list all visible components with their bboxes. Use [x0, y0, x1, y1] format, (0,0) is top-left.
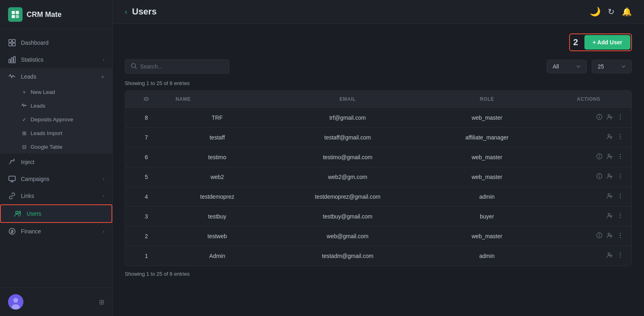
sidebar-item-dashboard[interactable]: Dashboard — [0, 34, 112, 51]
leads-submenu: + New Lead Leads ✓ Deposits Approve — [0, 85, 112, 154]
assign-users-icon[interactable] — [607, 252, 613, 260]
svg-point-59 — [620, 233, 621, 234]
more-options-icon[interactable] — [617, 193, 623, 201]
svg-point-44 — [620, 174, 621, 175]
cell-actions — [545, 187, 632, 207]
bar-chart-icon — [8, 56, 16, 64]
sidebar-item-inject[interactable]: Inject — [0, 154, 112, 170]
add-user-button[interactable]: + Add User — [584, 35, 630, 50]
svg-rect-0 — [12, 11, 15, 14]
entries-info-bottom: Showing 1 to 25 of 8 entries — [125, 271, 632, 277]
more-options-icon[interactable] — [617, 232, 623, 240]
dark-mode-toggle[interactable]: 🌙 — [590, 6, 601, 17]
sidebar-item-leads-list[interactable]: Leads — [21, 99, 112, 112]
cell-email: testimo@gmail.com — [267, 148, 428, 167]
sidebar-item-links[interactable]: Links › — [0, 187, 112, 204]
sidebar-item-label: Finance — [21, 228, 98, 235]
svg-point-28 — [620, 118, 621, 119]
more-options-icon[interactable] — [617, 173, 623, 181]
assign-users-icon[interactable] — [607, 212, 613, 220]
topbar: ‹ Users 🌙 ↻ 🔔 — [113, 0, 644, 24]
more-options-icon[interactable] — [617, 212, 623, 220]
svg-point-31 — [620, 136, 621, 137]
sidebar-item-campaigns[interactable]: Campaigns › — [0, 170, 112, 187]
more-options-icon[interactable] — [617, 252, 623, 260]
search-input[interactable] — [140, 63, 223, 70]
sidebar-item-google-table[interactable]: ⊟ Google Table — [21, 140, 112, 154]
assign-users-icon[interactable] — [607, 153, 613, 161]
info-icon[interactable] — [596, 232, 603, 240]
assign-users-icon[interactable] — [607, 173, 613, 181]
app-logo[interactable]: CRM Mate — [0, 0, 112, 29]
svg-point-64 — [620, 255, 621, 256]
assign-users-icon[interactable] — [607, 114, 613, 122]
search-icon — [131, 63, 137, 70]
svg-point-51 — [608, 214, 610, 216]
cell-email: testbuy@gmail.com — [267, 207, 428, 227]
sidebar-item-leads-import[interactable]: ⊞ Leads Import — [21, 126, 112, 140]
sub-item-label: Google Table — [31, 144, 62, 150]
info-icon[interactable] — [596, 153, 603, 161]
svg-rect-6 — [9, 43, 12, 46]
col-email: EMAIL — [267, 91, 428, 108]
svg-point-24 — [599, 115, 600, 116]
cell-actions — [545, 227, 632, 246]
more-options-icon[interactable] — [617, 114, 623, 122]
sidebar-toggle-icon[interactable]: ⊞ — [99, 298, 104, 306]
back-button[interactable]: ‹ — [125, 8, 127, 16]
chevron-right-icon: › — [103, 177, 104, 181]
activity-small-icon — [21, 102, 27, 109]
sidebar-item-leads[interactable]: Leads ∨ — [0, 68, 112, 85]
svg-point-53 — [620, 215, 621, 216]
sidebar-item-statistics[interactable]: Statistics › — [0, 51, 112, 68]
assign-users-icon[interactable] — [607, 193, 613, 201]
svg-point-36 — [608, 154, 610, 156]
cell-role: admin — [428, 246, 545, 266]
sidebar-item-finance[interactable]: Finance › — [0, 223, 112, 240]
cell-id: 3 — [125, 207, 167, 227]
chevron-right-icon: › — [103, 229, 104, 234]
notifications-bell[interactable]: 🔔 — [622, 7, 632, 17]
assign-users-icon[interactable] — [607, 133, 613, 141]
svg-point-14 — [16, 211, 18, 214]
svg-point-27 — [620, 116, 621, 117]
sidebar-item-users[interactable]: Users — [0, 204, 112, 223]
cell-actions — [545, 207, 632, 227]
sidebar-item-new-lead[interactable]: + New Lead — [21, 85, 112, 99]
refresh-button[interactable]: ↻ — [608, 7, 615, 17]
svg-point-63 — [620, 253, 621, 254]
user-avatar[interactable] — [8, 294, 23, 310]
cell-id: 6 — [125, 148, 167, 167]
cell-actions — [545, 108, 632, 128]
role-filter[interactable]: All — [547, 60, 587, 73]
svg-point-58 — [608, 233, 610, 235]
assign-users-icon[interactable] — [607, 232, 613, 240]
col-name: NAME — [167, 91, 267, 108]
cell-name: web2 — [167, 167, 267, 187]
svg-point-61 — [620, 237, 621, 238]
table-row: 1Admintestadm@gmail.comadmin — [125, 246, 632, 266]
svg-point-38 — [620, 156, 621, 157]
more-options-icon[interactable] — [617, 153, 623, 161]
svg-rect-10 — [14, 56, 15, 63]
table-row: 7testafftestaff@gmail.comaffiliate_manag… — [125, 128, 632, 148]
svg-point-52 — [620, 213, 621, 214]
add-user-wrapper: 2 + Add User — [569, 33, 632, 51]
cell-role: admin — [428, 187, 545, 207]
info-icon[interactable] — [596, 173, 603, 181]
col-id: ID — [125, 91, 167, 108]
step-badge: 2 — [571, 37, 580, 48]
cell-actions — [545, 167, 632, 187]
svg-rect-11 — [9, 176, 15, 181]
cell-id: 1 — [125, 246, 167, 266]
more-options-icon[interactable] — [617, 133, 623, 141]
per-page-filter[interactable]: 25 — [592, 60, 632, 73]
sidebar-item-deposits-approve[interactable]: ✓ Deposits Approve — [21, 112, 112, 126]
link-icon — [8, 192, 16, 200]
filters-row: All 25 — [125, 59, 632, 74]
info-icon[interactable] — [596, 114, 603, 122]
topbar-right: 🌙 ↻ 🔔 — [590, 6, 632, 17]
svg-point-49 — [620, 195, 621, 196]
cell-email: testaff@gmail.com — [267, 128, 428, 148]
svg-point-15 — [19, 211, 21, 213]
